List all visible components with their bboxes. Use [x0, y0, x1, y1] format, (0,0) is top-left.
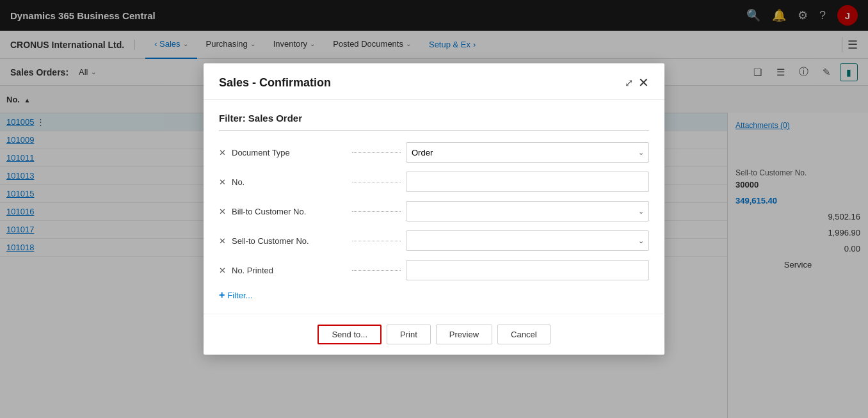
filter-select-wrapper-bill-to: ⌄ — [406, 201, 649, 221]
filter-remove-bill-to[interactable]: ✕ — [219, 207, 227, 216]
plus-icon: + — [219, 289, 225, 301]
filter-dots — [352, 211, 401, 212]
add-filter-row: + Filter... — [219, 289, 649, 301]
modal-footer: Send to... Print Preview Cancel — [204, 314, 664, 355]
filter-row-sell-to: ✕ Sell-to Customer No. ⌄ — [219, 230, 649, 251]
filter-heading: Filter: Sales Order — [219, 113, 649, 131]
filter-label-no: No. — [232, 177, 347, 187]
send-to-button[interactable]: Send to... — [317, 325, 382, 344]
modal-dialog: Sales - Confirmation ⤢ ✕ Filter: Sales O… — [204, 63, 664, 355]
filter-select-document-type[interactable]: Order Invoice Quote — [406, 142, 649, 163]
filter-remove-document-type[interactable]: ✕ — [219, 148, 227, 157]
filter-label-no-printed: No. Printed — [232, 266, 347, 275]
cancel-button[interactable]: Cancel — [497, 325, 550, 344]
filter-label-bill-to: Bill-to Customer No. — [232, 207, 347, 216]
filter-dots — [352, 182, 401, 182]
close-icon[interactable]: ✕ — [638, 75, 649, 90]
preview-button[interactable]: Preview — [436, 325, 492, 344]
filter-select-wrapper-document-type: Order Invoice Quote ⌄ — [406, 142, 649, 163]
print-button[interactable]: Print — [387, 325, 431, 344]
filter-remove-no-printed[interactable]: ✕ — [219, 266, 227, 275]
filter-row-no: ✕ No. — [219, 172, 649, 192]
filter-select-sell-to[interactable] — [406, 230, 649, 251]
filter-label-document-type: Document Type — [232, 148, 347, 157]
modal-overlay[interactable]: Sales - Confirmation ⤢ ✕ Filter: Sales O… — [0, 0, 868, 418]
filter-dots — [352, 270, 401, 271]
filter-select-wrapper-sell-to: ⌄ — [406, 230, 649, 251]
filter-dots — [352, 152, 401, 153]
filter-label-sell-to: Sell-to Customer No. — [232, 236, 347, 246]
filter-row-bill-to: ✕ Bill-to Customer No. ⌄ — [219, 201, 649, 221]
modal-body: Filter: Sales Order ✕ Document Type Orde… — [204, 100, 664, 314]
filter-row-document-type: ✕ Document Type Order Invoice Quote ⌄ — [219, 142, 649, 163]
modal-title: Sales - Confirmation — [219, 76, 615, 90]
modal-header: Sales - Confirmation ⤢ ✕ — [204, 63, 664, 100]
add-filter-label: Filter... — [227, 291, 252, 300]
filter-input-no-printed[interactable] — [406, 260, 649, 280]
filter-remove-no[interactable]: ✕ — [219, 177, 227, 187]
filter-row-no-printed: ✕ No. Printed — [219, 260, 649, 280]
filter-dots — [352, 241, 401, 241]
filter-select-bill-to[interactable] — [406, 201, 649, 221]
add-filter-button[interactable]: + Filter... — [219, 289, 252, 301]
filter-input-no[interactable] — [406, 172, 649, 192]
expand-icon[interactable]: ⤢ — [625, 77, 633, 89]
filter-remove-sell-to[interactable]: ✕ — [219, 236, 227, 246]
